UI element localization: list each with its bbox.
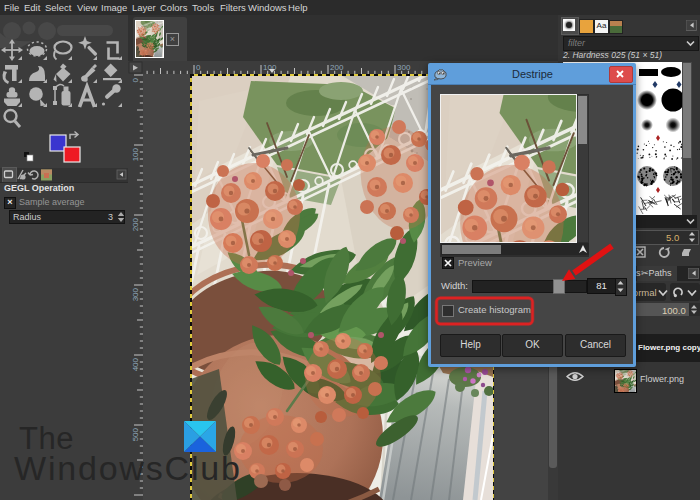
svg-text:100: 100 <box>131 147 140 161</box>
svg-text:200: 200 <box>330 63 344 72</box>
svg-text:0: 0 <box>196 63 201 72</box>
svg-text:200: 200 <box>131 217 140 231</box>
svg-text:300: 300 <box>397 63 411 72</box>
svg-text:300: 300 <box>131 287 140 301</box>
svg-text:0: 0 <box>131 77 140 82</box>
svg-text:400: 400 <box>131 357 140 371</box>
svg-text:100: 100 <box>263 63 277 72</box>
